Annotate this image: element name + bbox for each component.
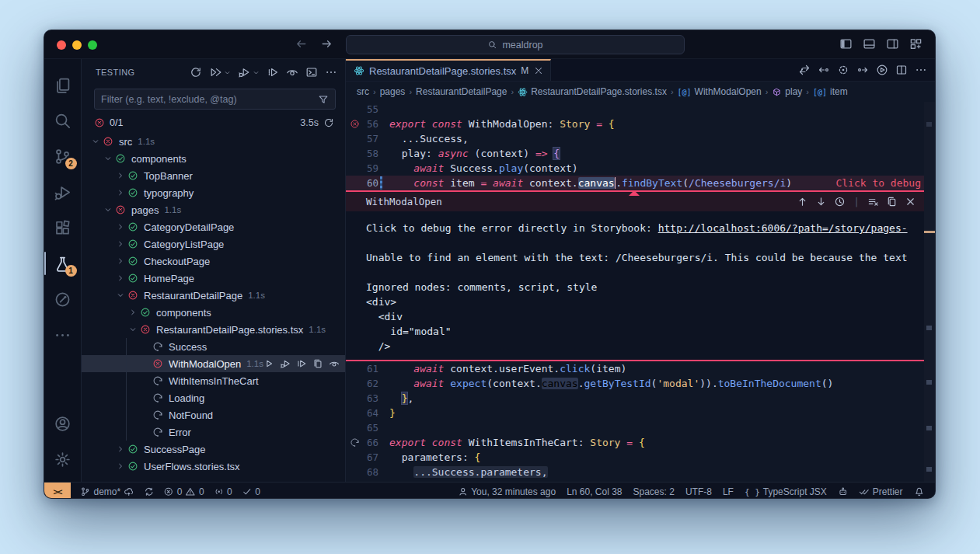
chevron-right-icon[interactable] <box>114 172 127 179</box>
error-lens-message[interactable]: Click to debug <box>835 176 921 190</box>
gutter[interactable]: 58 <box>346 146 383 161</box>
test-tree-item-components[interactable]: components <box>82 150 345 167</box>
status-eol[interactable]: LF <box>723 486 734 497</box>
more-icon[interactable] <box>915 64 927 76</box>
layout-sidebar-left-icon[interactable] <box>839 37 853 51</box>
test-tree-item-loading[interactable]: Loading <box>82 389 345 406</box>
minimize-window-button[interactable] <box>72 40 82 50</box>
copy-file-icon[interactable] <box>886 196 898 207</box>
activity-account-icon[interactable] <box>44 406 82 441</box>
gutter[interactable]: 59 <box>346 161 383 176</box>
chevron-down-icon[interactable] <box>102 206 114 214</box>
breadcrumb-item-restaurantdetailpage[interactable]: RestaurantDetailPage <box>416 86 507 97</box>
code-line-64[interactable]: 64} <box>346 406 935 420</box>
activity-beaker-icon[interactable]: 1 <box>44 246 82 281</box>
nav-forward-icon[interactable] <box>856 64 869 76</box>
history-forward-icon[interactable] <box>320 37 333 51</box>
status-ports[interactable]: 0 <box>214 486 232 497</box>
terminal-icon[interactable] <box>305 66 318 78</box>
status-sync[interactable] <box>144 486 155 497</box>
test-tree-item-userflows.stories.tsx[interactable]: UserFlows.stories.tsx <box>82 458 345 475</box>
code-line-56[interactable]: 56export const WithModalOpen: Story = { <box>346 117 935 131</box>
activity-source-control-icon[interactable]: 2 <box>44 138 82 174</box>
refresh-icon[interactable] <box>190 66 202 78</box>
code-line-65[interactable]: 65 <box>346 420 935 435</box>
code-line-66[interactable]: 66export const WithItemsInTheCart: Story… <box>346 435 935 450</box>
test-tree-item-error[interactable]: Error <box>82 423 345 441</box>
chevron-right-icon[interactable] <box>127 308 139 316</box>
code-line-57[interactable]: 57 ...Success, <box>346 131 935 146</box>
compare-changes-icon[interactable] <box>798 64 811 76</box>
close-tab-icon[interactable] <box>533 65 544 76</box>
breadcrumb-item-src[interactable]: src <box>357 86 369 97</box>
test-filter-input[interactable]: Filter (e.g. text, !exclude, @tag) <box>94 89 336 110</box>
status-indentation[interactable]: Spaces: 2 <box>633 486 675 497</box>
test-tree-item-topbanner[interactable]: TopBanner <box>82 167 345 184</box>
chevron-right-icon[interactable] <box>114 257 127 265</box>
chevron-down-icon[interactable] <box>228 69 231 76</box>
chevron-right-icon[interactable] <box>114 274 127 282</box>
layout-sidebar-right-icon[interactable] <box>886 37 899 51</box>
status-problems[interactable]: 00 <box>163 486 204 497</box>
test-tree-item-src[interactable]: src1.1s <box>82 133 345 150</box>
activity-search-icon[interactable] <box>44 103 82 138</box>
command-center-search[interactable]: mealdrop <box>346 35 685 54</box>
nav-focus-icon[interactable] <box>837 64 849 76</box>
test-tree-item-successpage[interactable]: SuccessPage <box>82 441 345 458</box>
activity-run-debug-icon[interactable] <box>44 174 82 210</box>
status-encoding[interactable]: UTF-8 <box>685 486 712 497</box>
test-tree-item-categorylistpage[interactable]: CategoryListPage <box>82 235 345 253</box>
test-tree-item-notfound[interactable]: NotFound <box>82 406 345 423</box>
code-line-62[interactable]: 62 await expect(context.canvas.getByTest… <box>346 376 935 391</box>
eye-icon[interactable] <box>286 66 298 78</box>
activity-files-icon[interactable] <box>44 67 82 103</box>
remote-indicator[interactable]: >< <box>44 483 71 499</box>
gutter[interactable]: 66 <box>346 435 383 450</box>
nav-back-icon[interactable] <box>818 64 830 76</box>
breadcrumb-item-item[interactable]: [@]item <box>813 86 848 97</box>
clear-list-icon[interactable] <box>867 196 879 207</box>
chevron-right-icon[interactable] <box>114 462 127 470</box>
code-line-58[interactable]: 58 play: async (context) => { <box>346 146 935 161</box>
code-line-55[interactable]: 55 <box>346 102 935 117</box>
status-copilot[interactable] <box>838 486 849 497</box>
copy-icon[interactable] <box>312 358 323 369</box>
chevron-down-icon[interactable] <box>89 138 102 145</box>
filter-icon[interactable] <box>318 94 329 105</box>
test-tree-item-restaurantdetailpage[interactable]: RestaurantDetailPage1.1s <box>82 287 345 304</box>
gutter[interactable]: 64 <box>346 406 383 420</box>
status-cursor-position[interactable]: Ln 60, Col 38 <box>567 486 622 497</box>
split-editor-icon[interactable] <box>895 64 908 76</box>
chevron-right-icon[interactable] <box>114 223 127 231</box>
gutter[interactable]: 60 <box>346 176 383 190</box>
activity-extensions-icon[interactable] <box>44 210 82 246</box>
close-window-button[interactable] <box>57 40 66 50</box>
code-line-61[interactable]: 61 await context.userEvent.click(item) <box>346 361 935 376</box>
test-tree-item-withitemsinthecart[interactable]: WithItemsInTheCart <box>82 372 345 389</box>
gutter[interactable]: 63 <box>346 391 383 406</box>
test-tree-item-checkoutpage[interactable]: CheckoutPage <box>82 253 345 270</box>
chevron-down-icon[interactable] <box>257 69 260 76</box>
breadcrumb-item-restaurantdetailpage.stories.tsx[interactable]: RestaurantDetailPage.stories.tsx <box>518 86 667 97</box>
layout-panel-bottom-icon[interactable] <box>863 37 876 51</box>
arrow-down-icon[interactable] <box>815 196 827 207</box>
gutter-error-icon[interactable] <box>350 119 360 129</box>
test-tree-item-typography[interactable]: typography <box>82 184 345 201</box>
status-branch[interactable]: demo* <box>80 486 134 497</box>
gutter[interactable]: 67 <box>346 450 383 465</box>
activity-more-icon[interactable] <box>44 317 82 353</box>
test-tree-item-withmodalopen[interactable]: WithModalOpen1.1s <box>82 355 345 372</box>
test-tree-item-pages[interactable]: pages1.1s <box>82 201 345 218</box>
chevron-down-icon[interactable] <box>102 155 114 162</box>
code-line-63[interactable]: 63 }, <box>346 391 935 406</box>
maximize-window-button[interactable] <box>88 40 97 50</box>
test-tree-item-restaurantdetailpage.stories.tsx[interactable]: RestaurantDetailPage.stories.tsx1.1s <box>82 321 345 338</box>
chevron-right-icon[interactable] <box>114 240 127 248</box>
gutter[interactable]: 56 <box>346 117 383 131</box>
coverage-run-icon[interactable] <box>267 66 279 78</box>
code-line-59[interactable]: 59 await Success.play(context) <box>346 161 935 176</box>
chevron-down-icon[interactable] <box>114 291 127 299</box>
gutter[interactable]: 57 <box>346 131 383 146</box>
gutter[interactable]: 62 <box>346 376 383 391</box>
overview-ruler[interactable] <box>924 102 935 482</box>
